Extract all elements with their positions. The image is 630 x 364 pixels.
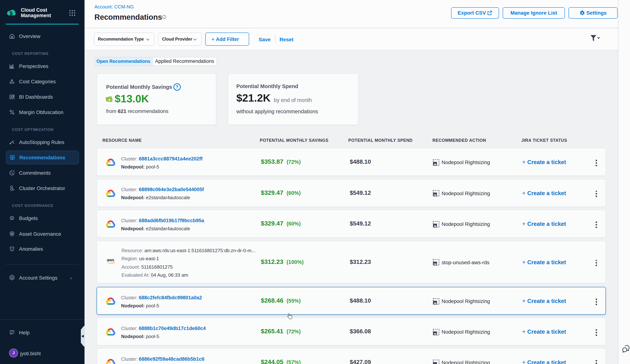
svg-text:$: $ bbox=[10, 10, 12, 16]
svg-text:$: $ bbox=[11, 216, 12, 219]
svg-text:?: ? bbox=[11, 331, 12, 333]
svg-text:aws: aws bbox=[107, 257, 114, 262]
svg-text:$: $ bbox=[11, 232, 12, 235]
